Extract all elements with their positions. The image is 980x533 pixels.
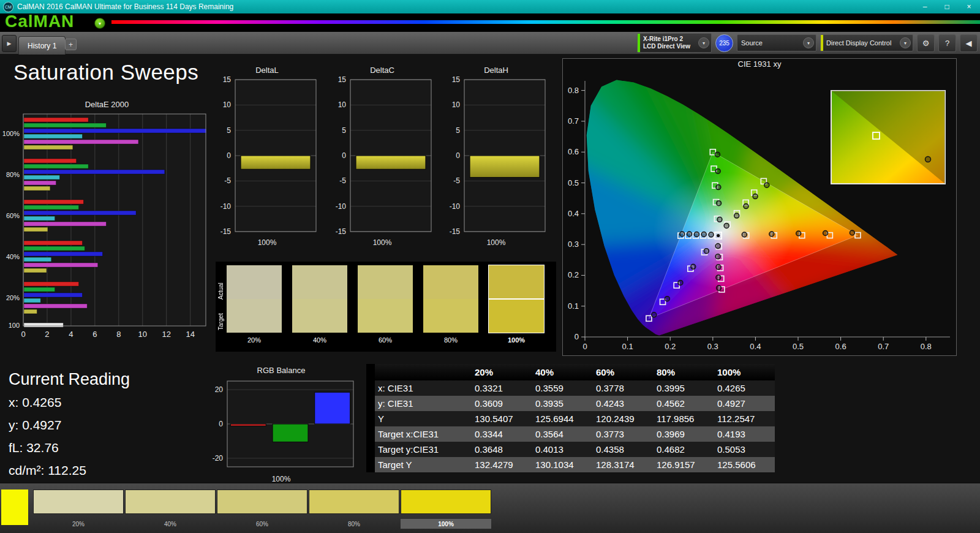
row-edge [366, 442, 375, 457]
deltal-chart: DeltaL 151050-5-10-15 100% [214, 65, 320, 247]
deltae-bar [24, 134, 82, 138]
meter-dropdown[interactable]: X-Rite i1Pro 2 LCD Direct View ▾ [637, 33, 712, 53]
deltae-bar [24, 323, 63, 327]
delta-bar [241, 156, 311, 169]
reading-x: x: 0.4265 [9, 395, 86, 410]
calman-window: CM CalMAN 2016 CalMAN Ultimate for Busin… [0, 0, 980, 533]
measured-marker [823, 230, 828, 235]
measured-marker [716, 185, 721, 190]
deltae-bar [24, 164, 88, 168]
display-control-dropdown[interactable]: Direct Display Control ▾ [820, 34, 913, 51]
deltae-bar [24, 170, 165, 174]
measured-marker [687, 232, 692, 236]
row-label: y: CIE31 [375, 396, 472, 411]
chart-title: DeltaC [330, 65, 435, 76]
measured-marker [701, 232, 706, 237]
table-corner [366, 364, 375, 380]
delta-bar [470, 156, 540, 178]
collapse-panel-button[interactable]: ◀ [960, 34, 978, 52]
chevron-down-icon: ▾ [99, 21, 101, 26]
saturation-patch-60%: 60% [358, 265, 413, 346]
workflow-flyout-button[interactable]: ▶ [2, 35, 17, 52]
deltah-plot: 151050-5-10-15 [443, 76, 549, 235]
row-label: Target x:CIE31 [375, 426, 472, 442]
tick-label: -15 [221, 227, 232, 235]
row-label: Target y:CIE31 [375, 442, 472, 457]
rgb-bar-blue [315, 392, 350, 424]
deltae-plot: 02468101214100%80%60%40%20%100 [1, 110, 213, 342]
tick-label: 0.7 [568, 116, 579, 126]
tick-label: 80% [6, 171, 20, 178]
table-value: 0.4358 [593, 442, 654, 457]
tick-label: 15 [452, 76, 461, 84]
deltae-bar [24, 216, 55, 221]
table-value: 0.3344 [472, 426, 532, 442]
deltae-bar [24, 246, 85, 251]
saturation-level-button-100%[interactable]: 100% [401, 490, 491, 529]
tick-label: 0.1 [622, 342, 633, 351]
minimize-button[interactable]: – [914, 0, 936, 13]
help-button[interactable]: ? [938, 34, 956, 52]
tick-label: 0.8 [921, 342, 932, 351]
logo-menu-button[interactable]: ▾ [94, 18, 105, 29]
tick-label: 0.8 [568, 86, 579, 95]
measured-marker [680, 232, 685, 236]
inset-measured-marker [925, 157, 931, 162]
table-value: 0.3969 [654, 426, 714, 442]
measured-marker [716, 265, 721, 270]
table-corner [375, 364, 472, 380]
row-label: Target Y [375, 457, 472, 472]
x-axis-label: 100% [330, 238, 435, 247]
calman-logo: CalMAN [5, 12, 74, 31]
window-controls: – □ × [914, 0, 980, 13]
tick-label: 10 [338, 100, 347, 109]
tick-label: 14 [186, 330, 194, 339]
column-header: 20% [472, 364, 532, 380]
deltae-bar [24, 252, 103, 256]
deltac-plot: 151050-5-10-15 [330, 76, 435, 235]
tab-history-1[interactable]: History 1 [18, 36, 66, 55]
tick-label: 10 [138, 330, 147, 339]
table-value: 126.9157 [654, 457, 714, 472]
table-value: 0.3609 [472, 396, 532, 411]
settings-button[interactable]: ⚙ [917, 34, 935, 52]
current-reading-values: x: 0.4265 y: 0.4927 fL: 32.76 cd/m²: 112… [9, 395, 86, 486]
deltae-bar [24, 181, 56, 185]
source-dropdown[interactable]: Source ▾ [737, 34, 816, 51]
table-value: 0.4243 [593, 396, 654, 411]
add-tab-button[interactable]: + [65, 39, 77, 50]
deltae-bar [24, 205, 79, 210]
tick-label: 8 [116, 330, 121, 339]
tick-label: 0.5 [793, 342, 804, 351]
meter-status-accent [638, 34, 640, 52]
maximize-button[interactable]: □ [936, 0, 958, 13]
row-edge [366, 457, 375, 472]
tick-label: 40% [6, 253, 20, 260]
close-button[interactable]: × [958, 0, 980, 13]
tick-label: 4 [69, 330, 73, 339]
tick-label: 0.3 [707, 342, 718, 351]
tick-label: 5 [456, 126, 460, 135]
titlebar: CM CalMAN 2016 CalMAN Ultimate for Busin… [0, 0, 980, 13]
measured-marker [704, 249, 709, 254]
deltae-bar [24, 282, 79, 286]
app-icon: CM [3, 2, 13, 12]
cie-plot: 00.10.20.30.40.50.60.70.800.10.20.30.40.… [563, 70, 955, 353]
saturation-level-button-80%[interactable]: 80% [309, 490, 399, 529]
delta-bar [356, 156, 426, 169]
saturation-level-button-40%[interactable]: 40% [125, 490, 216, 529]
tick-label: -20 [213, 454, 224, 463]
deltae-bar [24, 287, 55, 292]
tick-label: 0.4 [568, 209, 579, 218]
saturation-level-button-60%[interactable]: 60% [217, 490, 307, 529]
table-value: 112.2547 [714, 411, 775, 426]
meter-name: X-Rite i1Pro 2 [643, 36, 696, 43]
tick-label: -5 [339, 176, 346, 185]
table-value: 0.3321 [472, 380, 532, 396]
table-value: 0.5053 [714, 442, 775, 457]
tick-label: 100 [9, 322, 20, 329]
saturation-level-button-20%[interactable]: 20% [33, 490, 124, 529]
chevron-down-icon: ▾ [698, 37, 709, 48]
tick-label: 2 [45, 330, 49, 339]
tick-label: 0.2 [568, 270, 579, 279]
